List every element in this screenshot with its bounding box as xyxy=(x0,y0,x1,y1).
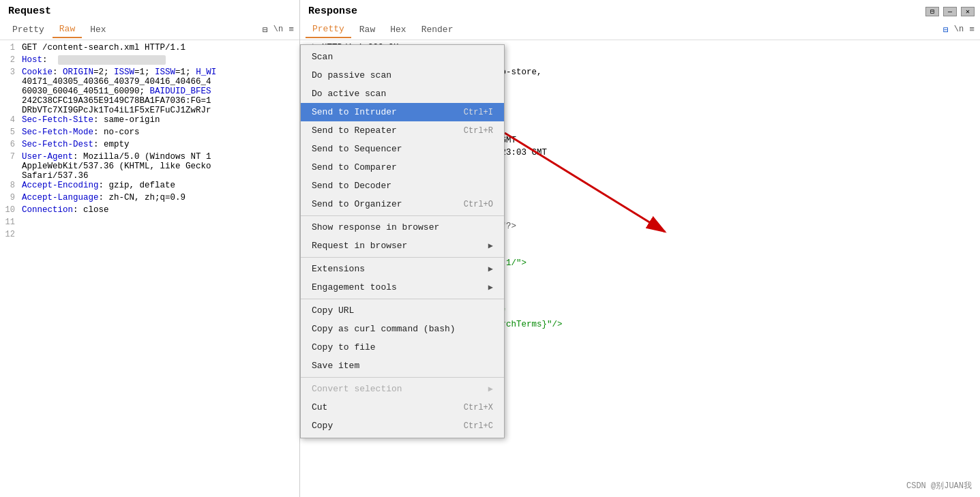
menu-convert-selection: Convert selection ▶ xyxy=(301,380,504,398)
menu-convert-selection-arrow: ▶ xyxy=(488,384,493,394)
menu-send-sequencer[interactable]: Send to Sequencer xyxy=(301,140,504,158)
menu-copy-curl[interactable]: Copy as curl command (bash) xyxy=(301,320,504,338)
menu-send-repeater-label: Send to Repeater xyxy=(312,125,397,136)
tab-pretty-req[interactable]: Pretty xyxy=(5,22,51,37)
menu-copy[interactable]: Copy Ctrl+C xyxy=(301,417,504,435)
menu-send-repeater[interactable]: Send to Repeater Ctrl+R xyxy=(301,121,504,140)
restore-icon: ⊟ xyxy=(930,7,934,16)
menu-cut-label: Cut xyxy=(312,402,327,412)
req-line-7: 7 User-Agent: Mozilla/5.0 (Windows NT 1 … xyxy=(0,152,299,181)
menu-request-browser[interactable]: Request in browser ▶ xyxy=(301,237,504,255)
tab-pretty-resp[interactable]: Pretty xyxy=(306,21,351,38)
tab-raw-resp[interactable]: Raw xyxy=(353,22,382,37)
menu-sep-3 xyxy=(301,299,504,299)
window-controls: ⊟ — ✕ xyxy=(925,7,975,16)
menu-copy-shortcut: Ctrl+C xyxy=(464,421,493,431)
menu-active-scan[interactable]: Do active scan xyxy=(301,85,504,103)
menu-cut-shortcut: Ctrl+X xyxy=(464,403,493,412)
menu-send-intruder-shortcut: Ctrl+I xyxy=(464,108,493,117)
req-line-12: 12 xyxy=(0,230,299,242)
req-line-9: 9 Accept-Language: zh-CN, zh;q=0.9 xyxy=(0,193,299,205)
menu-sep-4 xyxy=(301,377,504,378)
context-menu: Scan Do passive scan Do active scan Send… xyxy=(300,44,505,438)
request-panel: Request Pretty Raw Hex ⊟ \n ≡ 1 GET /con… xyxy=(0,0,300,497)
close-button[interactable]: ✕ xyxy=(961,7,975,16)
menu-extensions-label: Extensions xyxy=(312,264,365,274)
menu-send-intruder[interactable]: Send to Intruder Ctrl+I xyxy=(301,103,504,121)
req-line-3: 3 Cookie: ORIGIN=2; ISSW=1; ISSW=1; H_WI… xyxy=(0,67,299,115)
req-tab-icons: ⊟ \n ≡ xyxy=(263,25,294,35)
wrap-icon-req[interactable]: ⊟ xyxy=(263,25,268,35)
menu-active-scan-label: Do active scan xyxy=(312,89,386,99)
menu-scan-label: Scan xyxy=(312,52,333,62)
menu-engagement-tools[interactable]: Engagement tools ▶ xyxy=(301,278,504,297)
menu-send-organizer-shortcut: Ctrl+O xyxy=(464,200,493,209)
menu-send-comparer[interactable]: Send to Comparer xyxy=(301,158,504,177)
menu-engagement-tools-label: Engagement tools xyxy=(312,282,397,292)
menu-icon-req[interactable]: ≡ xyxy=(288,25,294,35)
request-tab-bar: Pretty Raw Hex ⊟ \n ≡ xyxy=(0,20,299,40)
menu-engagement-tools-arrow: ▶ xyxy=(488,282,493,292)
menu-send-decoder[interactable]: Send to Decoder xyxy=(301,177,504,195)
menu-copy-url[interactable]: Copy URL xyxy=(301,301,504,320)
req-line-8: 8 Accept-Encoding: gzip, deflate xyxy=(0,181,299,193)
wrap-icon-resp[interactable]: ⊟ xyxy=(943,25,949,35)
menu-save-item[interactable]: Save item xyxy=(301,357,504,375)
response-tab-bar: Pretty Raw Hex Render ⊟ \n ≡ xyxy=(300,20,980,40)
tab-raw-req[interactable]: Raw xyxy=(53,21,82,38)
menu-convert-selection-label: Convert selection xyxy=(312,384,402,394)
menu-extensions[interactable]: Extensions ▶ xyxy=(301,260,504,278)
menu-copy-label: Copy xyxy=(312,421,333,431)
resp-tab-icons: ⊟ \n ≡ xyxy=(943,25,975,35)
menu-send-comparer-label: Send to Comparer xyxy=(312,162,397,172)
menu-cut[interactable]: Cut Ctrl+X xyxy=(301,398,504,417)
response-title: Response xyxy=(300,0,980,20)
newline-icon-resp: \n xyxy=(954,25,964,35)
menu-send-decoder-label: Send to Decoder xyxy=(312,181,391,191)
menu-copy-url-label: Copy URL xyxy=(312,305,354,316)
menu-sep-1 xyxy=(301,215,504,216)
tab-hex-req[interactable]: Hex xyxy=(83,22,113,37)
menu-icon-resp[interactable]: ≡ xyxy=(969,25,975,35)
menu-copy-to-file-label: Copy to file xyxy=(312,342,376,352)
close-icon: ✕ xyxy=(966,7,970,16)
menu-send-organizer[interactable]: Send to Organizer Ctrl+O xyxy=(301,195,504,213)
menu-send-organizer-label: Send to Organizer xyxy=(312,199,402,209)
menu-save-item-label: Save item xyxy=(312,361,359,371)
menu-request-browser-label: Request in browser xyxy=(312,241,407,251)
menu-sep-2 xyxy=(301,257,504,258)
req-line-10: 10 Connection: close xyxy=(0,205,299,217)
req-line-11: 11 xyxy=(0,217,299,230)
menu-extensions-arrow: ▶ xyxy=(488,264,493,274)
menu-show-response-browser-label: Show response in browser xyxy=(312,222,439,232)
request-code-area: 1 GET /content-search.xml HTTP/1.1 2 Hos… xyxy=(0,40,299,497)
menu-request-browser-arrow: ▶ xyxy=(488,241,493,251)
menu-copy-to-file[interactable]: Copy to file xyxy=(301,338,504,357)
menu-show-response-browser[interactable]: Show response in browser xyxy=(301,218,504,237)
request-title: Request xyxy=(0,0,299,20)
menu-scan[interactable]: Scan xyxy=(301,48,504,66)
req-line-5: 5 Sec-Fetch-Mode: no-cors xyxy=(0,127,299,140)
req-line-4: 4 Sec-Fetch-Site: same-origin xyxy=(0,115,299,127)
menu-copy-curl-label: Copy as curl command (bash) xyxy=(312,324,456,334)
menu-send-sequencer-label: Send to Sequencer xyxy=(312,144,402,154)
req-line-2: 2 Host: xyxy=(0,55,299,67)
minimize-button[interactable]: — xyxy=(943,7,957,16)
newline-icon-req: \n xyxy=(273,25,283,35)
menu-send-intruder-label: Send to Intruder xyxy=(312,107,397,117)
tab-hex-resp[interactable]: Hex xyxy=(383,22,413,37)
req-line-6: 6 Sec-Fetch-Dest: empty xyxy=(0,140,299,152)
menu-passive-scan[interactable]: Do passive scan xyxy=(301,66,504,85)
req-line-1: 1 GET /content-search.xml HTTP/1.1 xyxy=(0,43,299,55)
tab-render-resp[interactable]: Render xyxy=(415,22,460,37)
minimize-icon: — xyxy=(948,8,952,16)
watermark: CSDN @别JUAN我 xyxy=(906,480,972,492)
menu-send-repeater-shortcut: Ctrl+R xyxy=(464,126,493,136)
menu-passive-scan-label: Do passive scan xyxy=(312,70,391,80)
restore-button[interactable]: ⊟ xyxy=(925,7,939,16)
